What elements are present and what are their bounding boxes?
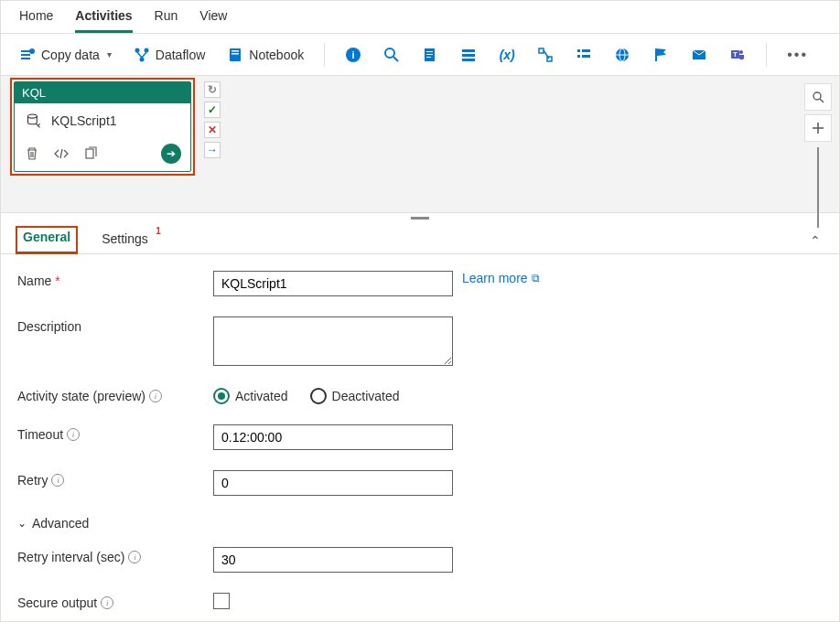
status-fail-icon[interactable]: ✕ — [204, 122, 221, 138]
chevron-down-icon: ⌄ — [17, 517, 27, 530]
info-icon[interactable]: i — [51, 474, 64, 487]
pipeline-icon — [537, 47, 554, 63]
advanced-toggle[interactable]: ⌄ Advanced — [17, 516, 823, 531]
script-button[interactable] — [416, 43, 444, 67]
description-label: Description — [17, 319, 81, 334]
tab-activities[interactable]: Activities — [75, 8, 132, 33]
svg-line-35 — [820, 99, 824, 102]
secure-output-label: Secure output — [17, 595, 97, 610]
activity-node-kql[interactable]: KQL KQLScript1 ➔ — [14, 81, 191, 172]
info-icon[interactable]: i — [128, 551, 141, 563]
retry-interval-label: Retry interval (sec) — [17, 550, 124, 564]
learn-more-label: Learn more — [462, 271, 528, 285]
info-icon[interactable]: i — [67, 428, 80, 441]
copy-data-button[interactable]: Copy data ▾ — [14, 43, 117, 67]
svg-point-3 — [139, 57, 144, 61]
svg-point-31 — [739, 50, 743, 54]
svg-rect-6 — [232, 53, 239, 55]
radio-activated[interactable]: Activated — [213, 388, 288, 404]
svg-rect-33 — [86, 149, 93, 158]
dataflow-label: Dataflow — [156, 48, 205, 62]
description-input[interactable] — [213, 316, 453, 366]
learn-more-link[interactable]: Learn more ⧉ — [462, 271, 540, 285]
search-icon — [383, 47, 400, 63]
svg-rect-18 — [539, 48, 544, 53]
info-button[interactable]: i — [339, 43, 367, 67]
timeout-label: Timeout — [17, 427, 63, 442]
variable-icon: (x) — [499, 47, 515, 63]
advanced-label: Advanced — [32, 516, 89, 531]
activity-selection-highlight: KQL KQLScript1 ➔ ↻ — [10, 78, 195, 176]
copy-button[interactable] — [82, 145, 99, 162]
tab-view[interactable]: View — [199, 8, 227, 33]
panel-resize-handle[interactable]: ▬▬ — [1, 213, 839, 220]
svg-rect-23 — [577, 55, 580, 58]
mail-button[interactable] — [685, 43, 713, 67]
svg-text:T: T — [733, 50, 738, 59]
globe-icon — [614, 47, 630, 63]
external-link-icon: ⧉ — [532, 272, 540, 284]
svg-point-0 — [29, 48, 35, 54]
separator — [766, 43, 767, 67]
radio-deactivated[interactable]: Deactivated — [310, 388, 400, 404]
flag-icon — [652, 47, 669, 63]
activity-state-label: Activity state (preview) — [17, 389, 145, 403]
more-button[interactable]: ••• — [781, 47, 813, 63]
copy-data-icon — [19, 47, 36, 63]
dataflow-icon — [134, 47, 150, 63]
radio-activated-label: Activated — [235, 389, 288, 403]
data-icon — [460, 47, 477, 63]
delete-button[interactable] — [24, 145, 40, 162]
data-button[interactable] — [455, 43, 482, 67]
teams-icon: T — [729, 47, 746, 63]
list-button[interactable] — [570, 43, 598, 67]
tab-run[interactable]: Run — [155, 8, 178, 33]
svg-point-1 — [135, 48, 139, 52]
svg-line-10 — [393, 57, 398, 61]
code-button[interactable] — [53, 145, 70, 162]
chevron-down-icon: ▾ — [107, 49, 112, 59]
status-refresh-icon[interactable]: ↻ — [204, 81, 221, 98]
tab-settings[interactable]: Settings 1 — [94, 228, 156, 253]
separator — [324, 43, 325, 67]
svg-point-2 — [144, 48, 148, 52]
name-input[interactable] — [213, 271, 453, 296]
name-label: Name — [17, 273, 51, 288]
info-icon[interactable]: i — [101, 596, 113, 609]
list-icon — [576, 47, 592, 63]
retry-interval-input[interactable] — [213, 547, 453, 573]
status-skip-icon[interactable]: → — [204, 142, 221, 158]
svg-rect-14 — [426, 57, 431, 58]
teams-button[interactable]: T — [724, 43, 751, 67]
search-button[interactable] — [378, 43, 405, 67]
status-success-icon[interactable]: ✓ — [204, 102, 221, 118]
flag-button[interactable] — [647, 43, 674, 67]
retry-input[interactable] — [213, 470, 453, 496]
pipeline-button[interactable] — [532, 43, 559, 67]
canvas-search-button[interactable] — [804, 83, 832, 111]
svg-rect-5 — [232, 50, 239, 52]
run-button[interactable]: ➔ — [161, 144, 181, 164]
kql-database-icon — [26, 113, 42, 129]
svg-text:i: i — [352, 49, 355, 60]
dataflow-button[interactable]: Dataflow — [128, 43, 210, 67]
collapse-panel-button[interactable]: ⌃ — [806, 230, 824, 252]
notebook-button[interactable]: Notebook — [221, 43, 309, 67]
notebook-label: Notebook — [249, 48, 304, 62]
web-button[interactable] — [608, 43, 636, 67]
svg-rect-22 — [582, 49, 590, 52]
svg-line-20 — [544, 50, 549, 59]
svg-rect-15 — [462, 49, 475, 52]
tab-home[interactable]: Home — [19, 8, 53, 33]
timeout-input[interactable] — [213, 424, 453, 450]
svg-rect-12 — [426, 51, 433, 52]
settings-badge: 1 — [156, 226, 161, 236]
tab-settings-label: Settings — [102, 231, 148, 246]
info-icon[interactable]: i — [149, 390, 162, 402]
canvas-add-button[interactable] — [804, 114, 832, 142]
secure-output-checkbox[interactable] — [213, 593, 230, 609]
variable-button[interactable]: (x) — [493, 43, 521, 67]
script-icon — [422, 47, 438, 63]
activity-title: KQLScript1 — [51, 113, 117, 128]
tab-general[interactable]: General — [16, 226, 78, 254]
